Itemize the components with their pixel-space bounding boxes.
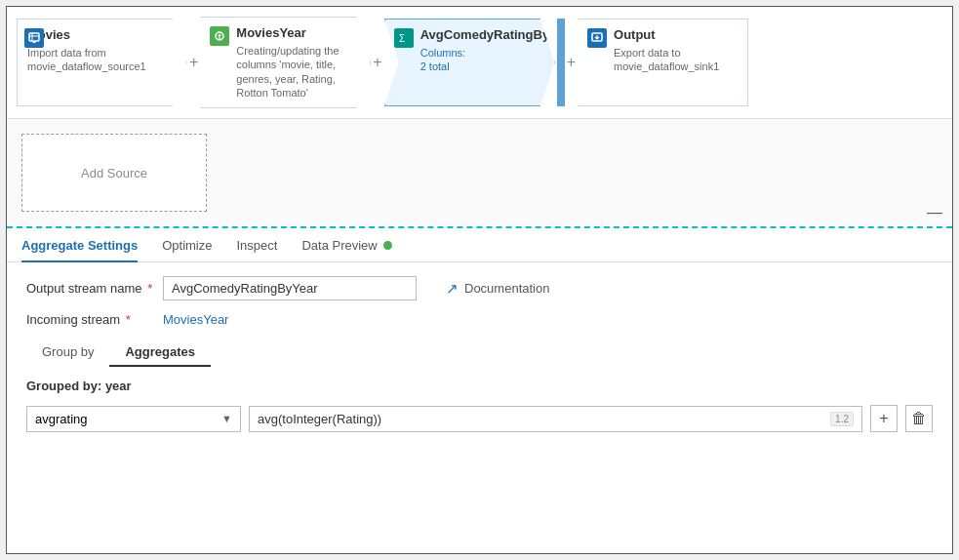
active-node-bar: [557, 19, 565, 106]
data-preview-status-dot: [383, 241, 392, 250]
column-name-value: avgrating: [35, 412, 87, 426]
avg-node-title: AvgComedyRatingByYear: [420, 27, 544, 42]
external-link-icon: ↗: [446, 280, 459, 298]
pipeline-node-movies: Movies Import data from movie_dataflow_s…: [17, 19, 187, 106]
delete-aggregate-button[interactable]: 🗑: [905, 405, 933, 432]
node-box-output[interactable]: Output Export data to movie_dataflow_sin…: [578, 19, 748, 106]
pipeline-node-avg: Σ AvgComedyRatingByYear Columns: 2 total: [384, 19, 565, 106]
incoming-stream-link[interactable]: MoviesYear: [163, 312, 228, 327]
moviesyear-node-desc: Creating/updating the columns 'movie, ti…: [236, 44, 360, 100]
documentation-link[interactable]: ↗ Documentation: [446, 280, 549, 298]
settings-tabs: Aggregate Settings Optimize Inspect Data…: [7, 228, 952, 262]
output-node-desc: Export data to movie_dataflow_sink1: [614, 46, 738, 74]
plus-btn-1[interactable]: +: [187, 54, 200, 71]
subtab-groupby[interactable]: Group by: [26, 339, 109, 367]
moviesyear-node-title: MoviesYear: [236, 25, 360, 40]
svg-rect-0: [29, 33, 39, 41]
dropdown-arrow-icon: ▼: [221, 413, 232, 424]
source-icon: [24, 28, 44, 48]
subtab-aggregates[interactable]: Aggregates: [109, 339, 211, 367]
output-node-icon: [586, 27, 608, 49]
output-node-title: Output: [614, 27, 738, 42]
expression-field[interactable]: avg(toInteger(Rating)) 1.2: [249, 406, 862, 432]
avg-node-icon: Σ: [393, 27, 415, 49]
settings-content: Output stream name * ↗ Documentation Inc…: [7, 262, 952, 553]
expression-type-badge: 1.2: [830, 412, 854, 426]
moviesyear-node-icon: [209, 25, 230, 47]
output-stream-label: Output stream name *: [26, 281, 153, 296]
avg-desc-value: 2 total: [420, 60, 450, 72]
movies-node-icon: [23, 27, 45, 49]
node-box-movies[interactable]: Movies Import data from movie_dataflow_s…: [17, 19, 187, 106]
incoming-stream-row: Incoming stream * MoviesYear: [26, 312, 933, 327]
aggregate-icon: Σ: [394, 28, 414, 48]
output-stream-input[interactable]: [163, 276, 417, 300]
plus-btn-2[interactable]: +: [371, 54, 383, 71]
plus-btn-3[interactable]: +: [565, 54, 578, 71]
aggregate-row-0: avgrating ▼ avg(toInteger(Rating)) 1.2 +…: [26, 405, 933, 432]
tab-aggregate-settings[interactable]: Aggregate Settings: [21, 228, 138, 262]
tab-optimize[interactable]: Optimize: [162, 228, 212, 262]
avg-desc-label: Columns:: [420, 47, 465, 59]
output-stream-required: *: [147, 281, 152, 296]
node-box-avg[interactable]: Σ AvgComedyRatingByYear Columns: 2 total: [384, 19, 555, 106]
doc-label: Documentation: [464, 281, 549, 296]
column-name-dropdown[interactable]: avgrating ▼: [26, 406, 241, 432]
add-source-label: Add Source: [81, 166, 147, 180]
add-icon: +: [879, 410, 888, 427]
pipeline-node-output: Output Export data to movie_dataflow_sin…: [578, 19, 748, 106]
tab-data-preview[interactable]: Data Preview: [301, 228, 391, 262]
avg-node-desc: Columns: 2 total: [420, 46, 544, 74]
output-stream-row: Output stream name * ↗ Documentation: [26, 276, 933, 300]
grouped-by-label: Grouped by: year: [26, 379, 933, 393]
incoming-stream-label: Incoming stream *: [26, 312, 153, 327]
transform-icon: [210, 26, 229, 46]
movies-node-title: Movies: [27, 27, 177, 42]
minimize-button[interactable]: —: [927, 205, 942, 220]
output-icon: [587, 28, 607, 48]
bottom-panel: Aggregate Settings Optimize Inspect Data…: [7, 228, 952, 553]
delete-icon: 🗑: [911, 410, 927, 427]
expression-value: avg(toInteger(Rating)): [258, 412, 381, 426]
pipeline-node-moviesyear: MoviesYear Creating/updating the columns…: [200, 17, 371, 108]
pipeline-area: Movies Import data from movie_dataflow_s…: [7, 7, 952, 119]
main-container: Movies Import data from movie_dataflow_s…: [6, 6, 953, 554]
tab-inspect[interactable]: Inspect: [236, 228, 277, 262]
subtabs-row: Group by Aggregates: [26, 339, 933, 367]
movies-node-desc: Import data from movie_dataflow_source1: [27, 46, 177, 74]
add-source-box[interactable]: Add Source: [21, 134, 207, 212]
incoming-stream-required: *: [126, 312, 131, 327]
add-aggregate-button[interactable]: +: [870, 405, 898, 432]
node-box-moviesyear[interactable]: MoviesYear Creating/updating the columns…: [200, 17, 371, 108]
canvas-area: Add Source —: [7, 119, 952, 228]
svg-text:Σ: Σ: [399, 33, 405, 44]
